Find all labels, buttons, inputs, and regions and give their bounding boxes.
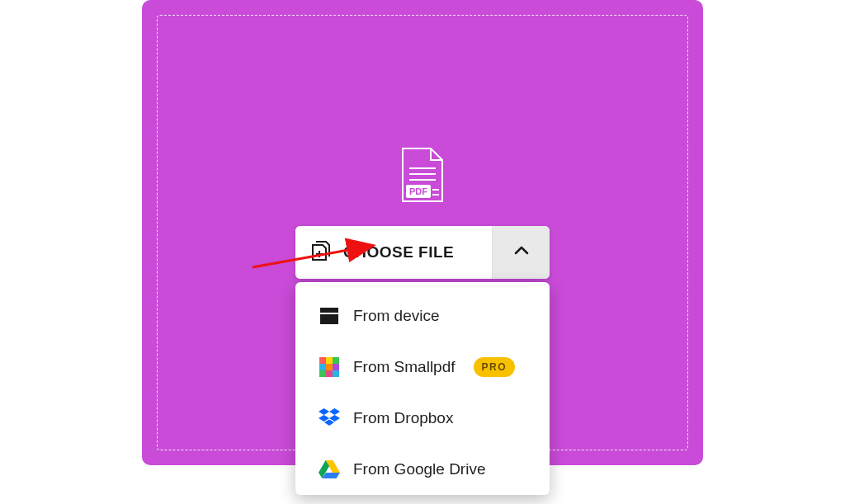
choose-file-label: CHOOSE FILE — [343, 243, 454, 261]
svg-rect-13 — [326, 357, 333, 364]
dropdown-item-smallpdf[interactable]: From Smallpdf PRO — [295, 341, 550, 393]
choose-file-button[interactable]: CHOOSE FILE — [295, 226, 492, 279]
svg-marker-25 — [324, 420, 334, 426]
svg-marker-22 — [329, 408, 340, 415]
svg-text:PDF: PDF — [409, 186, 427, 196]
dropdown-item-google-drive[interactable]: From Google Drive — [295, 444, 550, 495]
svg-rect-19 — [326, 370, 333, 377]
dropdown-item-label: From Google Drive — [353, 460, 486, 478]
chevron-up-icon — [512, 242, 531, 263]
svg-rect-11 — [320, 314, 338, 324]
svg-rect-15 — [319, 364, 326, 370]
add-file-icon — [310, 239, 332, 266]
svg-rect-18 — [319, 370, 326, 377]
smallpdf-logo-icon — [319, 356, 340, 378]
dropdown-item-label: From Dropbox — [353, 409, 453, 427]
folder-icon — [319, 305, 340, 327]
svg-rect-14 — [333, 357, 339, 364]
dropdown-toggle-button[interactable] — [492, 226, 550, 279]
svg-rect-20 — [333, 370, 339, 377]
dropbox-icon — [319, 407, 340, 429]
svg-rect-12 — [319, 357, 326, 364]
svg-rect-17 — [333, 364, 339, 370]
dropdown-item-device[interactable]: From device — [295, 290, 550, 341]
dropdown-item-dropbox[interactable]: From Dropbox — [295, 393, 550, 444]
pro-badge: PRO — [474, 357, 516, 377]
google-drive-icon — [319, 459, 340, 480]
choose-file-bar: CHOOSE FILE — [295, 226, 550, 279]
pdf-file-icon: PDF — [399, 147, 446, 208]
dropdown-item-label: From device — [353, 307, 440, 325]
svg-rect-10 — [320, 308, 338, 313]
source-dropdown: From device From Smallpdf PRO — [295, 282, 550, 495]
svg-rect-16 — [326, 364, 333, 370]
dropdown-item-label: From Smallpdf — [353, 358, 456, 376]
svg-marker-21 — [319, 408, 329, 415]
